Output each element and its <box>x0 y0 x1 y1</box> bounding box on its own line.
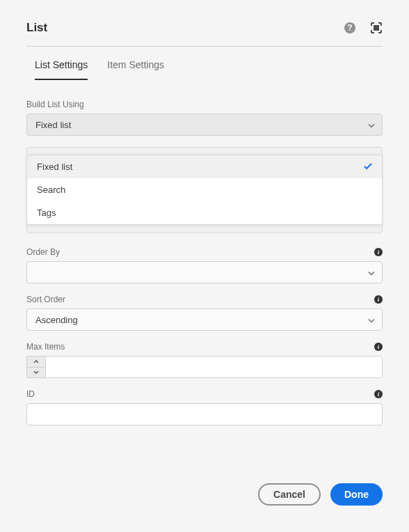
option-fixed-list[interactable]: Fixed list <box>27 155 382 178</box>
info-icon[interactable]: i <box>374 248 383 256</box>
help-icon[interactable]: ? <box>344 22 356 34</box>
dropdown-build-list-using: Fixed list Search Tags <box>26 155 383 225</box>
option-label: Fixed list <box>37 162 72 172</box>
input-id[interactable] <box>26 403 383 425</box>
field-sort-order: Sort Order i Ascending <box>26 295 383 331</box>
stepper-up[interactable] <box>27 357 45 368</box>
chevron-down-icon <box>368 267 375 278</box>
field-order-by: Order By i <box>26 247 383 283</box>
chevron-down-icon <box>368 315 375 325</box>
done-button[interactable]: Done <box>330 483 383 506</box>
svg-rect-2 <box>374 25 379 31</box>
tabs: List Settings Item Settings <box>26 59 383 80</box>
dialog-header: List ? <box>26 21 383 47</box>
info-icon[interactable]: i <box>374 343 383 351</box>
label-max-items: Max Items <box>26 342 65 352</box>
option-label: Search <box>37 185 65 195</box>
info-icon[interactable]: i <box>374 295 383 304</box>
label-sort-order: Sort Order <box>26 295 65 304</box>
option-tags[interactable]: Tags <box>27 201 382 224</box>
field-max-items: Max Items i <box>26 342 383 378</box>
option-search[interactable]: Search <box>27 178 382 201</box>
select-value: Fixed list <box>35 120 71 130</box>
info-icon[interactable]: i <box>374 390 383 398</box>
dialog-footer: Cancel Done <box>258 483 383 506</box>
header-icons: ? <box>344 22 383 34</box>
select-build-list-using[interactable]: Fixed list <box>26 114 383 136</box>
check-icon <box>364 162 372 172</box>
stepper-down[interactable] <box>27 368 45 378</box>
option-label: Tags <box>37 208 56 218</box>
select-order-by[interactable] <box>26 261 383 283</box>
stepper <box>26 356 45 378</box>
field-build-list-using: Build List Using Fixed list <box>26 100 383 136</box>
list-dialog: List ? List Settings Item Settings Build… <box>0 0 409 425</box>
cancel-button[interactable]: Cancel <box>258 483 321 506</box>
label-order-by: Order By <box>26 247 60 257</box>
chevron-down-icon <box>368 120 375 130</box>
fullscreen-icon[interactable] <box>370 22 383 34</box>
dialog-title: List <box>26 21 47 35</box>
tab-item-settings[interactable]: Item Settings <box>107 59 164 80</box>
number-max-items <box>26 356 383 378</box>
tab-list-settings[interactable]: List Settings <box>35 59 88 80</box>
field-id: ID i <box>26 389 383 425</box>
label-id: ID <box>26 389 35 399</box>
label-build-list-using: Build List Using <box>26 100 84 109</box>
svg-text:?: ? <box>347 23 352 33</box>
form: Build List Using Fixed list Fixed list S… <box>26 100 383 425</box>
select-sort-order[interactable]: Ascending <box>26 308 383 331</box>
input-max-items[interactable] <box>45 356 383 378</box>
select-value: Ascending <box>35 315 78 325</box>
